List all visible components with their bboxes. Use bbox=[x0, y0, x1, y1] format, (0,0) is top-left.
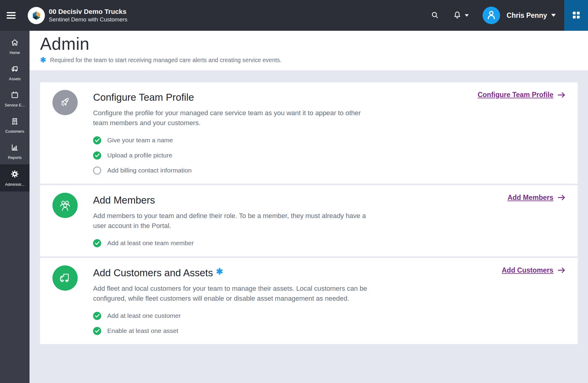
bell-icon bbox=[453, 11, 462, 21]
page-header: Admin ✱ Required for the team to start r… bbox=[30, 31, 588, 70]
required-asterisk-icon: ✱ bbox=[216, 267, 223, 277]
user-menu[interactable]: Chris Penny bbox=[483, 7, 556, 24]
notifications-button[interactable] bbox=[453, 11, 469, 21]
required-note-text: Required for the team to start receiving… bbox=[50, 57, 281, 64]
add-customers-link[interactable]: Add Customers bbox=[502, 266, 566, 274]
configure-team-profile-link[interactable]: Configure Team Profile bbox=[478, 91, 566, 99]
required-asterisk-icon: ✱ bbox=[40, 56, 46, 64]
chevron-down-icon bbox=[551, 14, 556, 17]
check-circle-done-icon bbox=[93, 312, 101, 320]
card-title: Configure Team Profile bbox=[93, 92, 369, 103]
task-card: Add Members Add members to your team and… bbox=[40, 185, 578, 256]
card-description: Add members to your team and define thei… bbox=[93, 211, 369, 231]
team-subtitle: Sentinel Demo with Customers bbox=[49, 16, 127, 23]
assets-icon bbox=[10, 64, 19, 74]
apps-grid-button[interactable] bbox=[564, 0, 588, 31]
avatar bbox=[483, 7, 500, 24]
service-events-icon bbox=[10, 90, 19, 101]
check-circle-todo-icon bbox=[93, 166, 101, 175]
grid-icon bbox=[571, 10, 581, 21]
admin-task-list: Configure Team Profile Configure the pro… bbox=[30, 70, 588, 344]
search-button[interactable] bbox=[430, 11, 439, 21]
checklist-item: Give your team a name bbox=[93, 136, 369, 144]
sidebar-item-reports[interactable]: Reports bbox=[0, 138, 30, 164]
arrow-right-icon bbox=[557, 92, 566, 98]
menu-icon[interactable] bbox=[7, 11, 16, 20]
reports-icon bbox=[10, 143, 19, 153]
required-note: ✱ Required for the team to start receivi… bbox=[40, 56, 588, 64]
rocket-icon bbox=[52, 90, 78, 115]
top-header: 00 Decisiv Demo Trucks Sentinel Demo wit… bbox=[0, 0, 588, 31]
card-checklist: Add at least one team member bbox=[93, 239, 369, 247]
arrow-right-icon bbox=[557, 267, 566, 274]
add-members-link[interactable]: Add Members bbox=[508, 194, 566, 202]
members-icon bbox=[52, 193, 78, 218]
team-name: 00 Decisiv Demo Trucks bbox=[49, 8, 127, 16]
sidebar-item-servicee[interactable]: Service E... bbox=[0, 86, 30, 112]
card-description: Add fleet and local customers for your t… bbox=[93, 283, 369, 304]
sidebar-nav: Home Assets Service E... Customers Repor… bbox=[0, 31, 30, 383]
search-icon bbox=[430, 11, 439, 21]
page-title: Admin bbox=[40, 34, 588, 54]
checklist-item: Upload a profile picture bbox=[93, 151, 369, 160]
home-icon bbox=[10, 38, 19, 48]
check-circle-done-icon bbox=[93, 151, 101, 160]
card-checklist: Give your team a name Upload a profile p… bbox=[93, 136, 369, 175]
user-name: Chris Penny bbox=[507, 11, 547, 20]
administration-icon bbox=[10, 169, 20, 180]
sidebar-item-assets[interactable]: Assets bbox=[0, 59, 30, 86]
arrow-right-icon bbox=[557, 194, 566, 201]
checklist-item: Add at least one team member bbox=[93, 239, 369, 247]
truck-icon bbox=[52, 265, 78, 291]
card-checklist: Add at least one customer Enable at leas… bbox=[93, 312, 369, 335]
team-logo bbox=[28, 7, 45, 24]
checklist-item: Enable at least one asset bbox=[93, 327, 369, 335]
sidebar-item-label: Customers bbox=[5, 129, 24, 134]
team-titles: 00 Decisiv Demo Trucks Sentinel Demo wit… bbox=[49, 8, 127, 23]
sidebar-item-label: Assets bbox=[9, 77, 20, 81]
customers-icon bbox=[10, 117, 19, 127]
task-card: Configure Team Profile Configure the pro… bbox=[40, 82, 578, 184]
check-circle-done-icon bbox=[93, 239, 101, 247]
sidebar-item-customers[interactable]: Customers bbox=[0, 112, 30, 138]
sidebar-item-label: Service E... bbox=[5, 103, 25, 107]
main-content: Admin ✱ Required for the team to start r… bbox=[30, 31, 588, 383]
card-title: Add Customers and Assets ✱ bbox=[93, 267, 369, 279]
card-title: Add Members bbox=[93, 195, 369, 206]
person-icon bbox=[485, 9, 497, 22]
sidebar-item-administr[interactable]: Administr... bbox=[0, 164, 30, 191]
sidebar-item-label: Reports bbox=[8, 155, 22, 160]
checklist-item: Add at least one customer bbox=[93, 312, 369, 320]
sidebar-item-label: Administr... bbox=[5, 182, 24, 187]
chevron-down-icon bbox=[465, 14, 469, 17]
check-circle-done-icon bbox=[93, 327, 101, 335]
task-card: Add Customers and Assets ✱ Add fleet and… bbox=[40, 258, 578, 344]
card-description: Configure the profile for your managed c… bbox=[93, 108, 369, 128]
sidebar-item-home[interactable]: Home bbox=[0, 33, 30, 59]
sidebar-item-label: Home bbox=[10, 50, 20, 55]
checklist-item: Add billing contact information bbox=[93, 166, 369, 175]
check-circle-done-icon bbox=[93, 136, 101, 144]
